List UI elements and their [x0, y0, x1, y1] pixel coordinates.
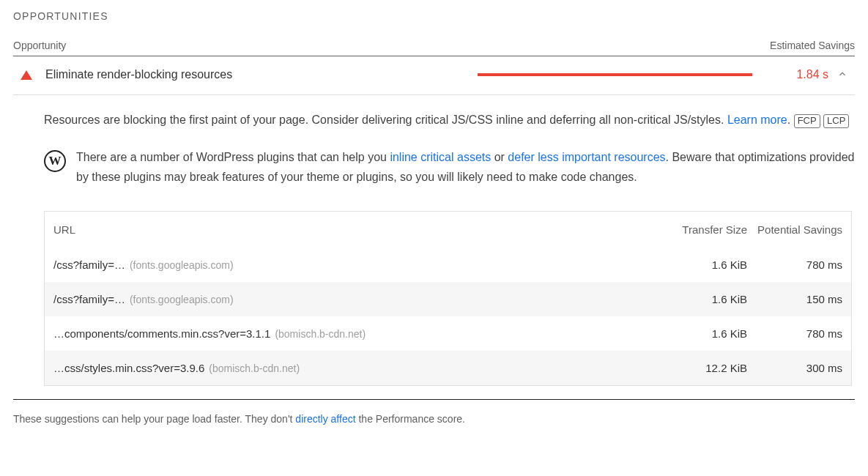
url-path: /css?family=… [53, 259, 125, 271]
table-header: URL Transfer Size Potential Savings [45, 212, 851, 248]
learn-more-link[interactable]: Learn more [727, 114, 787, 126]
defer-resources-link[interactable]: defer less important resources [508, 151, 665, 163]
header-url: URL [53, 223, 615, 236]
chevron-up-icon[interactable] [837, 69, 847, 81]
table-row: …components/comments.min.css?ver=3.1.1(b… [45, 316, 851, 351]
potential-savings: 780 ms [747, 259, 842, 271]
wordpress-hint: W There are a number of WordPress plugin… [44, 147, 855, 187]
header-potential-savings: Potential Savings [747, 223, 842, 236]
url-path: /css?family=… [53, 293, 125, 305]
savings-bar [478, 73, 752, 76]
transfer-size: 1.6 KiB [615, 327, 747, 340]
header-estimated-savings: Estimated Savings [770, 40, 855, 51]
section-title: OPPORTUNITIES [13, 10, 855, 22]
savings-value: 1.84 s [796, 68, 828, 81]
potential-savings: 300 ms [747, 362, 842, 374]
opportunity-title: Eliminate render-blocking resources [45, 68, 232, 81]
wp-or: or [491, 151, 508, 163]
fcp-tag: FCP [794, 114, 820, 128]
footer-post: the Performance score. [356, 413, 465, 425]
column-headers: Opportunity Estimated Savings [13, 35, 855, 56]
wordpress-icon: W [44, 150, 66, 172]
footer-note: These suggestions can help your page loa… [13, 400, 855, 425]
opportunity-row[interactable]: Eliminate render-blocking resources 1.84… [13, 65, 855, 95]
potential-savings: 780 ms [747, 327, 842, 340]
directly-affect-link[interactable]: directly affect [295, 413, 355, 425]
url-host: (fonts.googleapis.com) [130, 294, 234, 305]
period: . [787, 114, 790, 126]
potential-savings: 150 ms [747, 293, 842, 305]
url-path: …components/comments.min.css?ver=3.1.1 [53, 327, 270, 340]
transfer-size: 1.6 KiB [615, 293, 747, 305]
url-host: (fonts.googleapis.com) [130, 259, 234, 271]
table-row: /css?family=…(fonts.googleapis.com)1.6 K… [45, 248, 851, 282]
footer-pre: These suggestions can help your page loa… [13, 413, 295, 425]
description: Resources are blocking the first paint o… [44, 110, 855, 130]
wordpress-text: There are a number of WordPress plugins … [76, 147, 855, 187]
fail-triangle-icon [21, 70, 32, 80]
lcp-tag: LCP [823, 114, 849, 128]
transfer-size: 1.6 KiB [615, 259, 747, 271]
resources-table: URL Transfer Size Potential Savings /css… [44, 211, 852, 386]
wp-pre: There are a number of WordPress plugins … [76, 151, 390, 163]
header-opportunity: Opportunity [13, 40, 66, 51]
description-text: Resources are blocking the first paint o… [44, 114, 727, 126]
table-row: /css?family=…(fonts.googleapis.com)1.6 K… [45, 282, 851, 316]
opportunity-details: Resources are blocking the first paint o… [13, 95, 855, 386]
transfer-size: 12.2 KiB [615, 362, 747, 374]
header-transfer-size: Transfer Size [615, 223, 747, 236]
url-path: …css/styles.min.css?ver=3.9.6 [53, 362, 204, 374]
url-host: (bomisch.b-cdn.net) [209, 362, 300, 374]
inline-critical-link[interactable]: inline critical assets [390, 151, 491, 163]
url-host: (bomisch.b-cdn.net) [275, 328, 366, 340]
table-row: …css/styles.min.css?ver=3.9.6(bomisch.b-… [45, 351, 851, 385]
